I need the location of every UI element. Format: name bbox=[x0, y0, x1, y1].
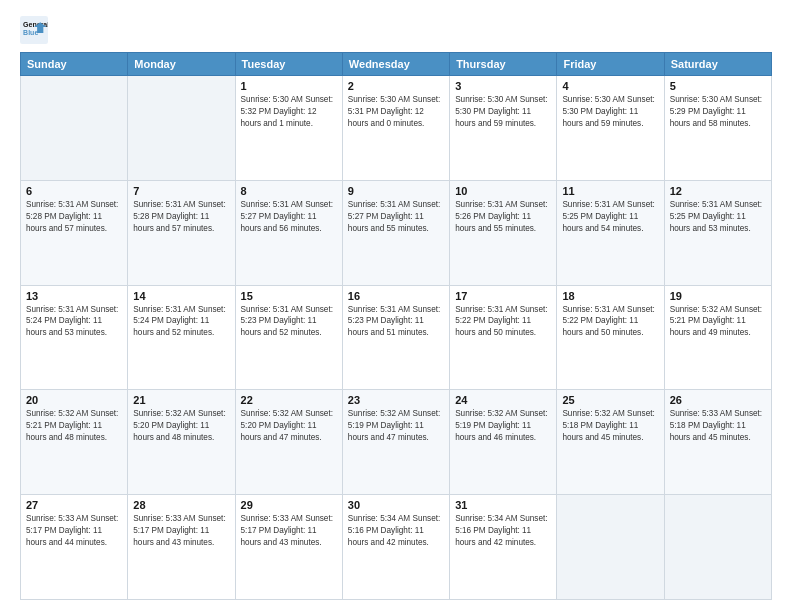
day-cell: 27Sunrise: 5:33 AM Sunset: 5:17 PM Dayli… bbox=[21, 495, 128, 600]
day-cell: 12Sunrise: 5:31 AM Sunset: 5:25 PM Dayli… bbox=[664, 180, 771, 285]
day-info: Sunrise: 5:31 AM Sunset: 5:28 PM Dayligh… bbox=[26, 199, 122, 235]
day-cell: 7Sunrise: 5:31 AM Sunset: 5:28 PM Daylig… bbox=[128, 180, 235, 285]
day-cell: 4Sunrise: 5:30 AM Sunset: 5:30 PM Daylig… bbox=[557, 76, 664, 181]
day-number: 23 bbox=[348, 394, 444, 406]
day-number: 28 bbox=[133, 499, 229, 511]
week-row-4: 20Sunrise: 5:32 AM Sunset: 5:21 PM Dayli… bbox=[21, 390, 772, 495]
day-info: Sunrise: 5:31 AM Sunset: 5:27 PM Dayligh… bbox=[348, 199, 444, 235]
day-cell: 28Sunrise: 5:33 AM Sunset: 5:17 PM Dayli… bbox=[128, 495, 235, 600]
day-number: 25 bbox=[562, 394, 658, 406]
day-number: 7 bbox=[133, 185, 229, 197]
svg-text:Blue: Blue bbox=[23, 29, 38, 36]
day-cell: 2Sunrise: 5:30 AM Sunset: 5:31 PM Daylig… bbox=[342, 76, 449, 181]
day-cell: 10Sunrise: 5:31 AM Sunset: 5:26 PM Dayli… bbox=[450, 180, 557, 285]
day-info: Sunrise: 5:30 AM Sunset: 5:30 PM Dayligh… bbox=[455, 94, 551, 130]
day-cell: 17Sunrise: 5:31 AM Sunset: 5:22 PM Dayli… bbox=[450, 285, 557, 390]
day-cell: 29Sunrise: 5:33 AM Sunset: 5:17 PM Dayli… bbox=[235, 495, 342, 600]
day-number: 22 bbox=[241, 394, 337, 406]
day-info: Sunrise: 5:33 AM Sunset: 5:17 PM Dayligh… bbox=[133, 513, 229, 549]
day-number: 10 bbox=[455, 185, 551, 197]
day-cell: 6Sunrise: 5:31 AM Sunset: 5:28 PM Daylig… bbox=[21, 180, 128, 285]
page: General Blue SundayMondayTuesdayWednesda… bbox=[0, 0, 792, 612]
day-number: 29 bbox=[241, 499, 337, 511]
day-info: Sunrise: 5:31 AM Sunset: 5:23 PM Dayligh… bbox=[348, 304, 444, 340]
day-cell: 24Sunrise: 5:32 AM Sunset: 5:19 PM Dayli… bbox=[450, 390, 557, 495]
day-number: 11 bbox=[562, 185, 658, 197]
day-number: 30 bbox=[348, 499, 444, 511]
logo-icon: General Blue bbox=[20, 16, 48, 44]
col-header-saturday: Saturday bbox=[664, 53, 771, 76]
day-cell: 22Sunrise: 5:32 AM Sunset: 5:20 PM Dayli… bbox=[235, 390, 342, 495]
day-info: Sunrise: 5:32 AM Sunset: 5:20 PM Dayligh… bbox=[133, 408, 229, 444]
col-header-thursday: Thursday bbox=[450, 53, 557, 76]
day-cell bbox=[664, 495, 771, 600]
day-info: Sunrise: 5:30 AM Sunset: 5:29 PM Dayligh… bbox=[670, 94, 766, 130]
day-cell: 23Sunrise: 5:32 AM Sunset: 5:19 PM Dayli… bbox=[342, 390, 449, 495]
header: General Blue bbox=[20, 16, 772, 44]
header-row: SundayMondayTuesdayWednesdayThursdayFrid… bbox=[21, 53, 772, 76]
day-number: 5 bbox=[670, 80, 766, 92]
day-info: Sunrise: 5:31 AM Sunset: 5:27 PM Dayligh… bbox=[241, 199, 337, 235]
day-info: Sunrise: 5:30 AM Sunset: 5:30 PM Dayligh… bbox=[562, 94, 658, 130]
day-number: 1 bbox=[241, 80, 337, 92]
day-cell: 13Sunrise: 5:31 AM Sunset: 5:24 PM Dayli… bbox=[21, 285, 128, 390]
day-number: 3 bbox=[455, 80, 551, 92]
calendar-table: SundayMondayTuesdayWednesdayThursdayFrid… bbox=[20, 52, 772, 600]
day-number: 4 bbox=[562, 80, 658, 92]
col-header-sunday: Sunday bbox=[21, 53, 128, 76]
day-info: Sunrise: 5:31 AM Sunset: 5:22 PM Dayligh… bbox=[562, 304, 658, 340]
day-number: 9 bbox=[348, 185, 444, 197]
day-cell bbox=[128, 76, 235, 181]
day-cell: 25Sunrise: 5:32 AM Sunset: 5:18 PM Dayli… bbox=[557, 390, 664, 495]
day-info: Sunrise: 5:33 AM Sunset: 5:17 PM Dayligh… bbox=[26, 513, 122, 549]
day-info: Sunrise: 5:31 AM Sunset: 5:23 PM Dayligh… bbox=[241, 304, 337, 340]
day-info: Sunrise: 5:31 AM Sunset: 5:24 PM Dayligh… bbox=[133, 304, 229, 340]
day-number: 12 bbox=[670, 185, 766, 197]
day-number: 15 bbox=[241, 290, 337, 302]
day-number: 26 bbox=[670, 394, 766, 406]
day-cell: 8Sunrise: 5:31 AM Sunset: 5:27 PM Daylig… bbox=[235, 180, 342, 285]
day-cell bbox=[21, 76, 128, 181]
day-cell: 16Sunrise: 5:31 AM Sunset: 5:23 PM Dayli… bbox=[342, 285, 449, 390]
day-number: 19 bbox=[670, 290, 766, 302]
day-cell: 20Sunrise: 5:32 AM Sunset: 5:21 PM Dayli… bbox=[21, 390, 128, 495]
day-cell: 15Sunrise: 5:31 AM Sunset: 5:23 PM Dayli… bbox=[235, 285, 342, 390]
day-number: 13 bbox=[26, 290, 122, 302]
col-header-tuesday: Tuesday bbox=[235, 53, 342, 76]
day-number: 27 bbox=[26, 499, 122, 511]
day-info: Sunrise: 5:30 AM Sunset: 5:31 PM Dayligh… bbox=[348, 94, 444, 130]
day-cell: 3Sunrise: 5:30 AM Sunset: 5:30 PM Daylig… bbox=[450, 76, 557, 181]
day-cell: 30Sunrise: 5:34 AM Sunset: 5:16 PM Dayli… bbox=[342, 495, 449, 600]
day-cell: 14Sunrise: 5:31 AM Sunset: 5:24 PM Dayli… bbox=[128, 285, 235, 390]
day-number: 31 bbox=[455, 499, 551, 511]
week-row-2: 6Sunrise: 5:31 AM Sunset: 5:28 PM Daylig… bbox=[21, 180, 772, 285]
day-info: Sunrise: 5:32 AM Sunset: 5:20 PM Dayligh… bbox=[241, 408, 337, 444]
day-info: Sunrise: 5:32 AM Sunset: 5:19 PM Dayligh… bbox=[348, 408, 444, 444]
week-row-5: 27Sunrise: 5:33 AM Sunset: 5:17 PM Dayli… bbox=[21, 495, 772, 600]
day-number: 20 bbox=[26, 394, 122, 406]
col-header-wednesday: Wednesday bbox=[342, 53, 449, 76]
col-header-monday: Monday bbox=[128, 53, 235, 76]
logo: General Blue bbox=[20, 16, 52, 44]
day-cell: 5Sunrise: 5:30 AM Sunset: 5:29 PM Daylig… bbox=[664, 76, 771, 181]
day-info: Sunrise: 5:32 AM Sunset: 5:21 PM Dayligh… bbox=[670, 304, 766, 340]
day-info: Sunrise: 5:31 AM Sunset: 5:25 PM Dayligh… bbox=[670, 199, 766, 235]
day-info: Sunrise: 5:32 AM Sunset: 5:18 PM Dayligh… bbox=[562, 408, 658, 444]
day-info: Sunrise: 5:34 AM Sunset: 5:16 PM Dayligh… bbox=[348, 513, 444, 549]
day-cell: 18Sunrise: 5:31 AM Sunset: 5:22 PM Dayli… bbox=[557, 285, 664, 390]
day-info: Sunrise: 5:31 AM Sunset: 5:24 PM Dayligh… bbox=[26, 304, 122, 340]
day-info: Sunrise: 5:32 AM Sunset: 5:21 PM Dayligh… bbox=[26, 408, 122, 444]
day-cell bbox=[557, 495, 664, 600]
day-number: 6 bbox=[26, 185, 122, 197]
day-number: 24 bbox=[455, 394, 551, 406]
day-number: 17 bbox=[455, 290, 551, 302]
day-info: Sunrise: 5:31 AM Sunset: 5:26 PM Dayligh… bbox=[455, 199, 551, 235]
day-info: Sunrise: 5:31 AM Sunset: 5:25 PM Dayligh… bbox=[562, 199, 658, 235]
day-info: Sunrise: 5:33 AM Sunset: 5:17 PM Dayligh… bbox=[241, 513, 337, 549]
day-info: Sunrise: 5:34 AM Sunset: 5:16 PM Dayligh… bbox=[455, 513, 551, 549]
day-cell: 11Sunrise: 5:31 AM Sunset: 5:25 PM Dayli… bbox=[557, 180, 664, 285]
day-number: 8 bbox=[241, 185, 337, 197]
day-cell: 19Sunrise: 5:32 AM Sunset: 5:21 PM Dayli… bbox=[664, 285, 771, 390]
day-info: Sunrise: 5:31 AM Sunset: 5:22 PM Dayligh… bbox=[455, 304, 551, 340]
day-number: 18 bbox=[562, 290, 658, 302]
